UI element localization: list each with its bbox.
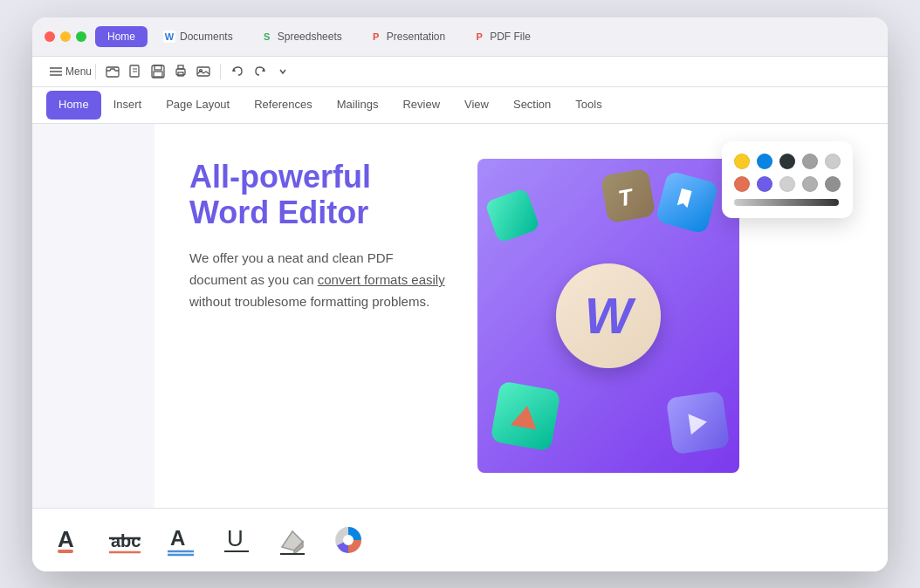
color-black[interactable]	[779, 154, 795, 169]
undo-icon[interactable]	[228, 62, 247, 81]
nav-insert[interactable]: Insert	[101, 91, 154, 120]
open-file-icon[interactable]	[103, 62, 122, 81]
nav-view[interactable]: View	[452, 91, 501, 120]
main-content: All-powerful Word Editor We offer you a …	[32, 124, 888, 508]
svg-rect-11	[178, 72, 183, 76]
bottom-toolbar: A abc A	[32, 508, 888, 571]
pie-chart-button[interactable]	[329, 521, 367, 559]
pie-chart-icon	[329, 521, 367, 559]
headline: All-powerful Word Editor	[189, 159, 451, 231]
dropdown-icon[interactable]	[273, 62, 292, 81]
word-icon: W	[163, 31, 175, 43]
color-gray[interactable]	[802, 154, 818, 169]
color-gray-3[interactable]	[802, 176, 818, 192]
menu-icon[interactable]	[46, 62, 65, 81]
tab-home-label: Home	[107, 31, 135, 43]
image-icon[interactable]	[194, 62, 213, 81]
color-gray-2[interactable]	[779, 176, 795, 192]
svg-rect-18	[58, 550, 73, 553]
color-row-2	[734, 176, 841, 192]
color-yellow[interactable]	[734, 154, 750, 169]
triangle-right-icon	[688, 411, 708, 434]
redo-icon[interactable]	[251, 62, 270, 81]
tab-documents-label: Documents	[180, 31, 233, 43]
svg-text:abc: abc	[111, 531, 141, 550]
font-underline-icon: A	[161, 521, 200, 559]
nav-bar: Home Insert Page Layout References Maili…	[32, 87, 888, 124]
color-light-gray[interactable]	[825, 154, 841, 169]
text-section: All-powerful Word Editor We offer you a …	[189, 159, 451, 473]
float-element-5	[666, 390, 730, 454]
tab-spreadsheets-label: Spreedsheets	[278, 31, 342, 43]
tab-presentation[interactable]: P Presentation	[358, 26, 457, 47]
font-color-icon: A	[50, 521, 88, 559]
svg-marker-16	[677, 188, 692, 207]
traffic-lights	[45, 31, 86, 42]
strikethrough-icon: abc	[106, 521, 144, 559]
color-purple[interactable]	[757, 176, 772, 192]
color-slider[interactable]	[734, 199, 839, 206]
word-3d-icon: W	[556, 263, 661, 368]
svg-text:U: U	[227, 525, 244, 551]
svg-rect-9	[154, 72, 162, 77]
float-element-1: T	[601, 168, 656, 223]
left-margin	[32, 124, 154, 508]
print-icon[interactable]	[171, 62, 190, 81]
eraser-button[interactable]	[273, 521, 312, 559]
eraser-icon	[273, 521, 312, 559]
pdf-icon: P	[473, 31, 485, 43]
maximize-dot[interactable]	[76, 31, 86, 42]
close-dot[interactable]	[45, 31, 55, 42]
underline-button[interactable]: U	[217, 521, 256, 559]
font-color-button[interactable]: A	[50, 521, 88, 559]
svg-rect-13	[197, 67, 209, 76]
underline-u-icon: U	[217, 521, 256, 559]
nav-page-layout[interactable]: Page Layout	[154, 91, 242, 120]
browser-window: Home W Documents S Spreedsheets P Presen…	[32, 17, 888, 571]
sheets-icon: S	[261, 31, 273, 43]
triangle-icon	[511, 403, 540, 429]
underlined-text: convert formats easily	[318, 272, 445, 287]
menu-label: Menu	[69, 62, 88, 81]
ppt-icon: P	[370, 31, 382, 43]
color-blue[interactable]	[757, 154, 772, 169]
tab-presentation-label: Presentation	[387, 31, 445, 43]
font-underline-button[interactable]: A	[161, 521, 200, 559]
nav-home[interactable]: Home	[46, 91, 101, 120]
tab-spreadsheets[interactable]: S Spreedsheets	[249, 26, 354, 47]
color-red[interactable]	[734, 176, 750, 192]
float-element-3	[484, 187, 540, 243]
color-picker-popup	[722, 141, 853, 218]
float-element-2	[655, 170, 718, 234]
tab-bar: Home W Documents S Spreedsheets P Presen…	[95, 26, 875, 47]
tab-pdf[interactable]: P PDF File	[461, 26, 543, 47]
tab-pdf-label: PDF File	[490, 31, 531, 43]
svg-text:A: A	[170, 526, 185, 550]
title-bar: Home W Documents S Spreedsheets P Presen…	[32, 17, 888, 57]
toolbar-sep-1	[95, 64, 96, 79]
svg-point-29	[343, 535, 354, 545]
strikethrough-button[interactable]: abc	[106, 521, 144, 559]
tab-documents[interactable]: W Documents	[151, 26, 245, 47]
nav-references[interactable]: References	[242, 91, 324, 120]
nav-mailings[interactable]: Mailings	[325, 91, 391, 120]
toolbar-sep-2	[220, 64, 221, 79]
svg-rect-12	[178, 65, 183, 69]
svg-rect-8	[154, 65, 161, 70]
word-3d-letter: W	[585, 286, 633, 345]
nav-review[interactable]: Review	[390, 91, 452, 120]
tab-home[interactable]: Home	[95, 26, 148, 47]
new-file-icon[interactable]	[126, 62, 145, 81]
svg-text:A: A	[58, 526, 74, 552]
color-row-1	[734, 154, 841, 169]
toolbar: Menu	[32, 57, 888, 87]
nav-tools[interactable]: Tools	[563, 91, 614, 120]
save-icon[interactable]	[148, 62, 168, 81]
float-element-4	[490, 380, 560, 451]
nav-section[interactable]: Section	[501, 91, 563, 120]
hero-image: T W	[477, 159, 739, 473]
color-gray-4[interactable]	[825, 176, 841, 192]
svg-text:T: T	[615, 182, 635, 211]
minimize-dot[interactable]	[60, 31, 71, 42]
body-text: We offer you a neat and clean PDF docume…	[189, 248, 451, 312]
